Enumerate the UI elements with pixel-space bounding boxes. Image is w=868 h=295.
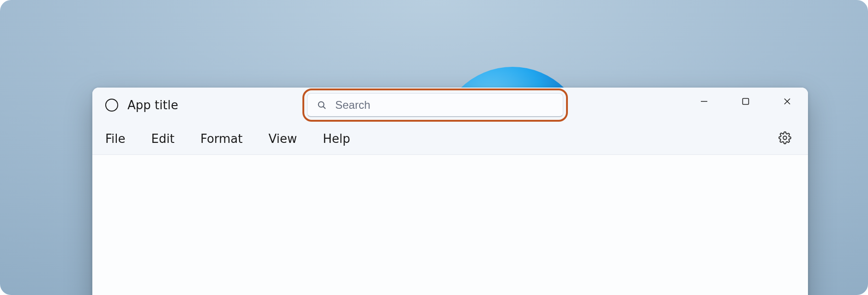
svg-line-1 <box>323 106 325 108</box>
menu-item-edit[interactable]: Edit <box>151 132 175 146</box>
minimize-icon <box>699 97 709 106</box>
search-input[interactable] <box>335 99 554 112</box>
caption-controls <box>683 88 808 115</box>
menu-item-format[interactable]: Format <box>200 132 243 146</box>
search-highlight-callout <box>302 88 568 122</box>
maximize-icon <box>741 97 750 106</box>
minimize-button[interactable] <box>683 88 725 115</box>
svg-point-6 <box>783 136 786 139</box>
menubar: File Edit Format View Help <box>92 123 808 155</box>
app-window: App title <box>92 88 808 295</box>
svg-rect-3 <box>743 99 749 105</box>
search-box[interactable] <box>307 93 563 117</box>
desktop-background: App title <box>0 0 868 295</box>
close-button[interactable] <box>766 88 808 115</box>
search-icon <box>317 100 327 110</box>
close-icon <box>783 97 792 106</box>
app-title: App title <box>127 98 178 112</box>
menu-item-file[interactable]: File <box>105 132 126 146</box>
gear-icon <box>778 131 791 144</box>
maximize-button[interactable] <box>725 88 766 115</box>
menu-item-view[interactable]: View <box>269 132 297 146</box>
content-area <box>92 155 808 295</box>
app-icon <box>105 99 118 112</box>
titlebar[interactable]: App title <box>92 88 808 123</box>
settings-button[interactable] <box>778 131 791 146</box>
menu-item-help[interactable]: Help <box>323 132 350 146</box>
app-identity: App title <box>105 98 178 112</box>
